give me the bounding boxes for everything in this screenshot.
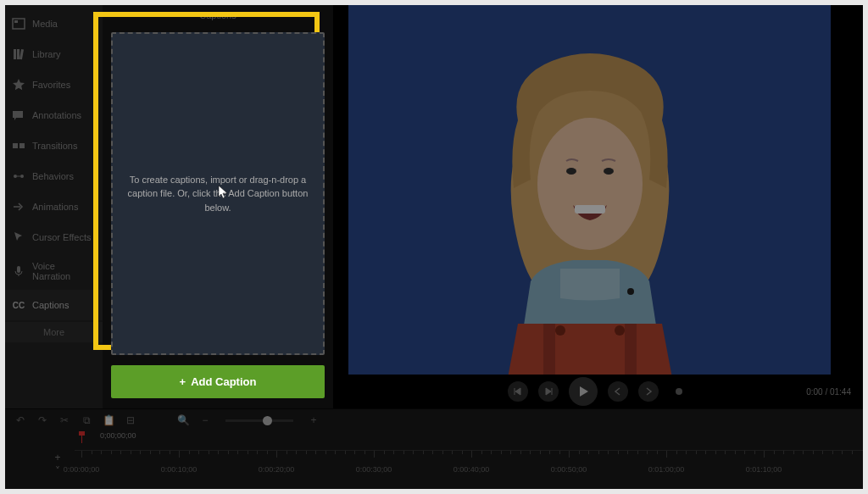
next-frame-button[interactable] [538, 381, 559, 402]
cut-button[interactable]: ✂ [58, 414, 71, 427]
add-track-button[interactable]: + [52, 452, 64, 463]
svg-point-19 [627, 288, 634, 295]
behaviors-icon [12, 169, 25, 183]
svg-rect-4 [19, 49, 24, 59]
cc-icon: CC [12, 298, 25, 312]
sidebar-item-captions[interactable]: CC Captions [5, 290, 103, 320]
redo-button[interactable]: ↷ [36, 414, 49, 427]
playhead-marker[interactable] [81, 433, 82, 443]
add-caption-label: Add Caption [191, 375, 256, 388]
sidebar-item-label: Captions [32, 300, 69, 310]
library-icon [12, 47, 25, 61]
next-button[interactable] [638, 381, 659, 402]
sidebar-item-label: Behaviors [32, 171, 74, 181]
annotations-icon [12, 108, 25, 122]
sidebar-item-label: Transitions [32, 141, 77, 151]
timeline-toolbar: ↶ ↷ ✂ ⧉ 📋 ⊟ 🔍 − + [5, 409, 863, 431]
sidebar-item-voice-narration[interactable]: Voice Narration [5, 253, 103, 290]
track-controls: + ˅ [52, 452, 64, 477]
mouse-cursor-icon [218, 185, 230, 200]
svg-point-12 [566, 168, 576, 175]
split-button[interactable]: ⊟ [124, 414, 137, 427]
timeline-time-label: 0:00:30;00 [356, 465, 392, 474]
sidebar-more[interactable]: More [5, 322, 103, 342]
sidebar-item-label: Cursor Effects [32, 232, 92, 242]
svg-rect-5 [13, 111, 23, 118]
svg-point-9 [20, 175, 24, 178]
sidebar-item-media[interactable]: Media [5, 8, 103, 39]
svg-point-17 [555, 325, 565, 336]
time-display: 0:00 / 01:44 [806, 387, 851, 397]
svg-rect-10 [17, 266, 20, 273]
zoom-icon: 🔍 [176, 414, 190, 427]
timeline: ↶ ↷ ✂ ⧉ 📋 ⊟ 🔍 − + + ˅ 0;00;00;00 0:00:00… [5, 408, 863, 489]
timeline-ticks [75, 450, 863, 462]
undo-button[interactable]: ↶ [14, 414, 27, 427]
sidebar-item-favorites[interactable]: Favorites [5, 69, 103, 100]
sidebar-item-library[interactable]: Library [5, 39, 103, 69]
collapse-track-button[interactable]: ˅ [52, 465, 64, 477]
sidebar-item-transitions[interactable]: Transitions [5, 130, 103, 161]
svg-point-13 [604, 168, 614, 175]
sidebar-item-label: Voice Narration [32, 261, 96, 281]
svg-rect-15 [543, 324, 555, 375]
timeline-time-label: 0:01:10;00 [746, 465, 782, 474]
captions-panel: Captions To create captions, import or d… [103, 5, 333, 408]
timeline-time-label: 0:00:50;00 [551, 465, 587, 474]
add-caption-button[interactable]: + Add Caption [111, 365, 325, 398]
sidebar-item-animations[interactable]: Animations [5, 191, 103, 222]
player-controls: 0:00 / 01:44 [333, 375, 863, 408]
star-icon [12, 78, 25, 92]
svg-rect-7 [19, 143, 25, 148]
sidebar-item-annotations[interactable]: Annotations [5, 100, 103, 130]
plus-icon: + [180, 375, 186, 388]
zoom-out-button[interactable]: − [198, 414, 212, 427]
svg-point-18 [615, 325, 625, 336]
svg-rect-2 [14, 49, 16, 59]
timeline-ruler[interactable]: 0;00;00;00 [75, 431, 863, 450]
paste-button[interactable]: 📋 [102, 414, 115, 427]
media-icon [12, 17, 25, 31]
sidebar-item-label: Library [32, 49, 61, 59]
record-button[interactable] [669, 381, 689, 402]
timeline-labels: 0:00:00;000:00:10;000:00:20;000:00:30;00… [75, 462, 863, 474]
svg-point-20 [676, 388, 682, 395]
prev-frame-button[interactable] [508, 381, 528, 402]
sidebar-item-cursor-effects[interactable]: Cursor Effects [5, 222, 103, 253]
svg-rect-14 [575, 205, 605, 214]
play-button[interactable] [569, 377, 598, 406]
sidebar: Media Library Favorites Annotations Tran… [5, 5, 103, 408]
svg-rect-0 [13, 19, 25, 29]
sidebar-item-label: Annotations [32, 110, 81, 120]
svg-point-11 [537, 118, 643, 250]
mic-icon [12, 264, 25, 278]
sidebar-item-label: Media [32, 19, 58, 29]
timeline-time-label: 0:00:40;00 [453, 465, 490, 474]
animations-icon [12, 200, 25, 214]
panel-title: Captions [103, 5, 333, 25]
zoom-slider[interactable] [225, 419, 293, 422]
zoom-in-button[interactable]: + [307, 414, 320, 427]
video-frame-person [437, 36, 743, 375]
svg-rect-16 [625, 324, 637, 375]
timeline-time-label: 0:00:10;00 [161, 465, 198, 474]
caption-drop-zone[interactable]: To create captions, import or drag-n-dro… [111, 32, 325, 355]
sidebar-item-label: Animations [32, 202, 78, 212]
preview-area: 0:00 / 01:44 [333, 5, 863, 408]
sidebar-item-label: Favorites [32, 80, 70, 90]
svg-point-8 [14, 175, 17, 178]
svg-rect-3 [17, 49, 19, 59]
timeline-time-label: 0:01:00;00 [648, 465, 685, 474]
timeline-time-label: 0:00:00;00 [64, 465, 100, 474]
playhead-time: 0;00;00;00 [100, 431, 136, 440]
sidebar-item-behaviors[interactable]: Behaviors [5, 161, 103, 191]
prev-button[interactable] [608, 381, 628, 402]
video-preview[interactable] [348, 5, 831, 375]
timeline-time-label: 0:00:20;00 [259, 465, 295, 474]
cursor-icon [12, 230, 25, 244]
svg-rect-1 [14, 20, 18, 23]
svg-rect-6 [13, 143, 18, 148]
copy-button[interactable]: ⧉ [80, 414, 93, 427]
transitions-icon [12, 139, 25, 153]
